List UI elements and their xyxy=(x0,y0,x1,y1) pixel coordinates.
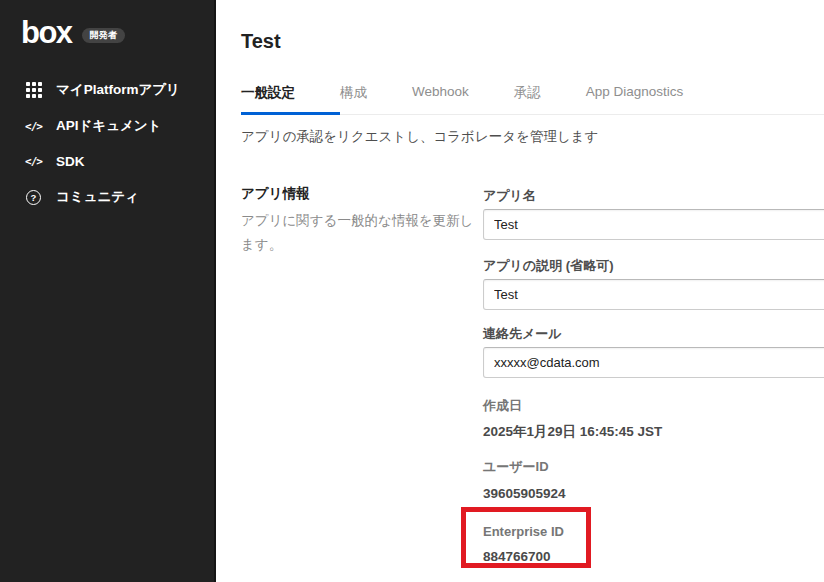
grid-icon xyxy=(25,82,42,99)
contact-email-label: 連絡先メール xyxy=(483,325,562,343)
user-id-label: ユーザーID xyxy=(483,458,549,476)
developer-badge: 開発者 xyxy=(82,28,125,43)
tab-approval[interactable]: 承認 xyxy=(514,84,586,114)
created-date-value: 2025年1月29日 16:45:45 JST xyxy=(483,423,662,441)
created-date-label: 作成日 xyxy=(483,397,522,415)
sidebar-item-label: APIドキュメント xyxy=(56,117,161,135)
tab-configuration[interactable]: 構成 xyxy=(340,84,412,114)
code-icon: </> xyxy=(25,153,42,170)
help-icon: ? xyxy=(25,189,42,206)
contact-email-input[interactable] xyxy=(483,347,824,378)
app-window: box 開発者 マイPlatformアプリ </> xyxy=(0,0,824,582)
section-description: アプリに関する一般的な情報を更新します。 xyxy=(241,209,479,256)
sidebar: box 開発者 マイPlatformアプリ </> xyxy=(0,0,216,582)
app-name-input[interactable] xyxy=(483,209,824,240)
sidebar-item-api-documents[interactable]: </> APIドキュメント xyxy=(0,108,214,144)
sidebar-item-my-platform-apps[interactable]: マイPlatformアプリ xyxy=(0,72,214,108)
box-logo[interactable]: box xyxy=(21,17,72,48)
app-name-label: アプリ名 xyxy=(483,187,536,205)
sidebar-item-label: SDK xyxy=(56,154,85,169)
sidebar-item-community[interactable]: ? コミュニティ xyxy=(0,179,214,215)
enterprise-id-label: Enterprise ID xyxy=(483,524,564,539)
sidebar-item-sdk[interactable]: </> SDK xyxy=(0,144,214,179)
app-description-label: アプリの説明 (省略可) xyxy=(483,257,614,275)
page-subtitle: アプリの承認をリクエストし、コラボレータを管理します xyxy=(241,128,598,146)
page-title: Test xyxy=(241,30,281,53)
section-title: アプリ情報 xyxy=(241,185,309,203)
tab-bar: 一般設定 構成 Webhook 承認 App Diagnostics xyxy=(241,84,824,115)
code-icon: </> xyxy=(25,118,42,135)
tab-webhook[interactable]: Webhook xyxy=(412,84,514,114)
tab-general-settings[interactable]: 一般設定 xyxy=(241,84,340,115)
app-description-input[interactable] xyxy=(483,279,824,310)
logo-row: box 開発者 xyxy=(21,17,125,48)
enterprise-id-value: 884766700 xyxy=(483,549,551,564)
tab-app-diagnostics[interactable]: App Diagnostics xyxy=(586,84,729,114)
sidebar-item-label: マイPlatformアプリ xyxy=(56,81,180,99)
sidebar-item-label: コミュニティ xyxy=(56,188,139,206)
sidebar-nav: マイPlatformアプリ </> APIドキュメント </> SDK ? コミ… xyxy=(0,72,214,215)
user-id-value: 39605905924 xyxy=(483,486,566,501)
